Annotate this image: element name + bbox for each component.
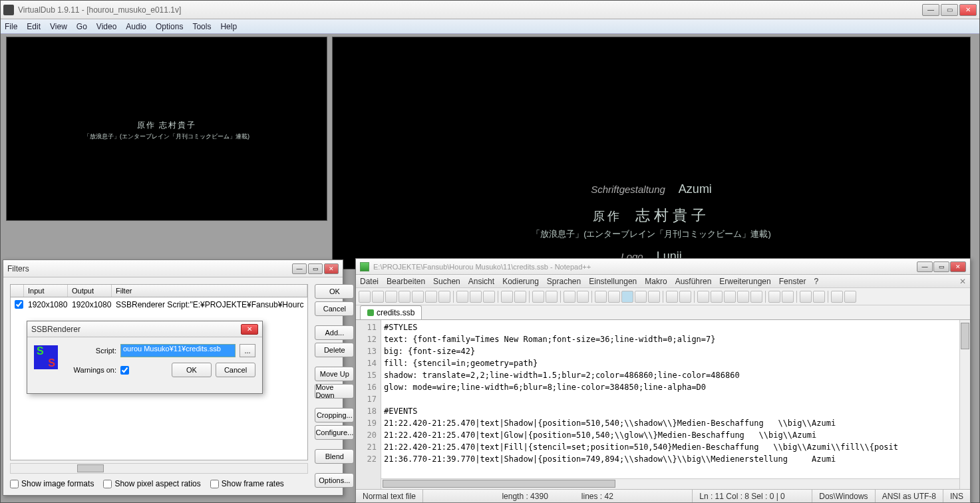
filters-close-button[interactable]: ✕ <box>324 263 339 274</box>
npp-close-button[interactable]: ✕ <box>950 261 966 272</box>
ssb-cancel-button[interactable]: Cancel <box>216 363 255 377</box>
lang-icon[interactable] <box>666 291 678 303</box>
spellcheck-icon[interactable] <box>800 291 812 303</box>
col-filter[interactable]: Filter <box>112 285 307 297</box>
menu-kodierung[interactable]: Kodierung <box>502 277 539 286</box>
show-framerates-check[interactable]: Show frame rates <box>210 479 284 488</box>
show-image-formats-check[interactable]: Show image formats <box>10 479 94 488</box>
redo-icon[interactable] <box>514 291 526 303</box>
zoom-in-icon[interactable] <box>564 291 575 303</box>
menu-datei[interactable]: Datei <box>360 277 379 286</box>
record-macro-icon[interactable] <box>697 291 709 303</box>
menu-erweiterungen[interactable]: Erweiterungen <box>719 277 770 286</box>
npp-maximize-button[interactable]: ▭ <box>933 261 949 272</box>
menu-tools[interactable]: Tools <box>192 22 211 31</box>
warnings-checkbox[interactable] <box>120 366 129 375</box>
menu-einstellungen[interactable]: Einstellungen <box>589 277 637 286</box>
menu-makro[interactable]: Makro <box>645 277 667 286</box>
movedown-button[interactable]: Move Down <box>315 384 354 399</box>
configure-button[interactable]: Configure... <box>315 425 354 440</box>
show-par-check[interactable]: Show pixel aspect ratios <box>103 479 200 488</box>
save-icon[interactable] <box>385 291 397 303</box>
options-button[interactable]: Options... <box>315 473 354 488</box>
menu-sprachen[interactable]: Sprachen <box>547 277 581 286</box>
open-file-icon[interactable] <box>372 291 384 303</box>
menu-suchen[interactable]: Suchen <box>433 277 460 286</box>
menu-video[interactable]: Video <box>96 22 116 31</box>
filters-titlebar[interactable]: Filters — ▭ ✕ <box>3 260 343 277</box>
ssb-titlebar[interactable]: SSBRenderer ✕ <box>27 321 262 337</box>
stop-macro-icon[interactable] <box>711 291 723 303</box>
menu-audio[interactable]: Audio <box>126 22 146 31</box>
npp-titlebar[interactable]: E:\PROJEKTE\Fansub\Hourou Musuko\11\cred… <box>356 259 970 275</box>
plugin-icon[interactable] <box>768 291 780 303</box>
undo-icon[interactable] <box>501 291 513 303</box>
code-area[interactable]: #STYLES text: {font-family=Times New Rom… <box>381 320 959 489</box>
play-macro-icon[interactable] <box>724 291 736 303</box>
editor-hscroll[interactable] <box>381 478 959 489</box>
filters-minimize-button[interactable]: — <box>292 263 307 274</box>
spellcheck2-icon[interactable] <box>813 291 825 303</box>
tab-credits[interactable]: credits.ssb <box>360 305 422 319</box>
cut-icon[interactable] <box>456 291 468 303</box>
save-all-icon[interactable] <box>399 291 410 303</box>
sync-v-icon[interactable] <box>595 291 607 303</box>
row-checkbox[interactable] <box>15 300 23 309</box>
menu-ausfuehren[interactable]: Ausführen <box>675 277 712 286</box>
menu-file[interactable]: File <box>5 22 17 31</box>
cancel-button[interactable]: Cancel <box>315 301 354 316</box>
input-video-pane[interactable]: 原作 志村貴子 「放浪息子」(エンターブレイン「月刊コミックビーム」連載) <box>6 37 327 221</box>
zoom-out-icon[interactable] <box>577 291 589 303</box>
indent-guide-icon[interactable] <box>648 291 660 303</box>
menu-edit[interactable]: Edit <box>27 22 41 31</box>
copy-icon[interactable] <box>470 291 482 303</box>
ok-button[interactable]: OK <box>315 284 354 299</box>
find-icon[interactable] <box>532 291 544 303</box>
col-input[interactable]: Input <box>24 285 68 297</box>
ssb-close-button[interactable]: ✕ <box>241 324 258 335</box>
misc2-icon[interactable] <box>844 291 856 303</box>
delete-button[interactable]: Delete <box>315 343 354 357</box>
script-input[interactable]: ourou Musuko¥11¥credits.ssb <box>120 344 236 357</box>
ssb-ok-button[interactable]: OK <box>172 363 212 377</box>
sync-h-icon[interactable] <box>608 291 620 303</box>
misc-icon[interactable] <box>831 291 843 303</box>
close-all-icon[interactable] <box>425 291 437 303</box>
col-output[interactable]: Output <box>68 285 112 297</box>
minimize-button[interactable]: — <box>922 4 939 16</box>
play-multi-icon[interactable] <box>737 291 749 303</box>
main-titlebar[interactable]: VirtualDub 1.9.11 - [hourou_musuko_e011.… <box>1 1 979 19</box>
new-file-icon[interactable] <box>359 291 371 303</box>
menu-view[interactable]: View <box>50 22 67 31</box>
paste-icon[interactable] <box>483 291 495 303</box>
maximize-button[interactable]: ▭ <box>941 4 958 16</box>
filters-maximize-button[interactable]: ▭ <box>308 263 323 274</box>
menu-help[interactable]: ? <box>814 277 818 286</box>
code-editor[interactable]: 111213141516171819202122 #STYLES text: {… <box>356 320 970 489</box>
plugin2-icon[interactable] <box>782 291 794 303</box>
filters-hscroll[interactable] <box>10 463 308 474</box>
print-icon[interactable] <box>438 291 450 303</box>
table-row[interactable]: 1920x1080 1920x1080 SSBRenderer Script:"… <box>11 297 307 313</box>
npp-minimize-button[interactable]: — <box>917 261 933 272</box>
wrap-icon[interactable] <box>621 291 633 303</box>
npp-menu-x-icon[interactable]: ✕ <box>959 277 966 286</box>
close-file-icon[interactable] <box>412 291 424 303</box>
menu-help[interactable]: Help <box>220 22 237 31</box>
save-macro-icon[interactable] <box>750 291 762 303</box>
close-button[interactable]: ✕ <box>959 4 977 16</box>
editor-vscroll[interactable] <box>959 320 970 489</box>
moveup-button[interactable]: Move Up <box>315 367 354 381</box>
menu-options[interactable]: Options <box>156 22 183 31</box>
doc-map-icon[interactable] <box>679 291 691 303</box>
blend-button[interactable]: Blend <box>315 449 354 464</box>
browse-button[interactable]: ... <box>240 344 255 357</box>
add-button[interactable]: Add... <box>315 325 354 340</box>
menu-fenster[interactable]: Fenster <box>779 277 806 286</box>
replace-icon[interactable] <box>546 291 558 303</box>
menu-bearbeiten[interactable]: Bearbeiten <box>387 277 425 286</box>
cropping-button[interactable]: Cropping... <box>315 408 354 422</box>
menu-ansicht[interactable]: Ansicht <box>468 277 494 286</box>
invisible-chars-icon[interactable] <box>635 291 647 303</box>
output-video-pane[interactable]: Schriftgestaltung Azumi 原作 志村貴子 「放浪息子」(エ… <box>332 37 971 269</box>
